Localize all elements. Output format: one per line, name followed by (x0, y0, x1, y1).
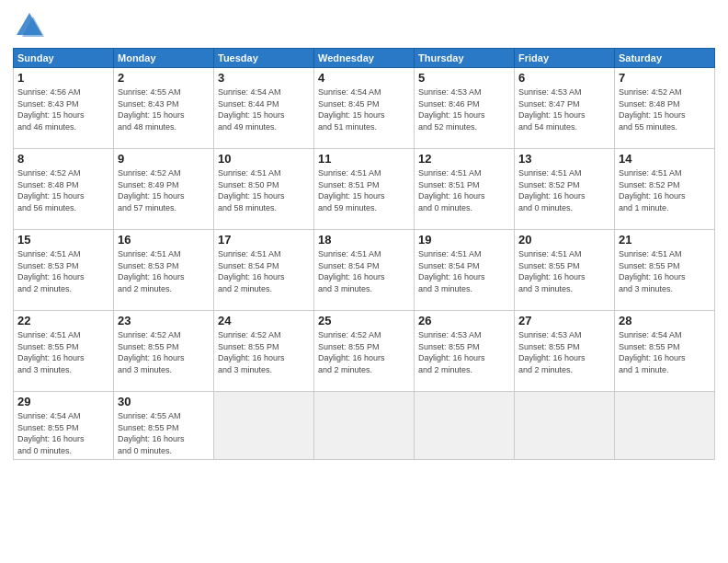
day-info: Sunrise: 4:51 AM Sunset: 8:55 PM Dayligh… (17, 329, 109, 375)
day-number: 21 (619, 233, 711, 247)
calendar-cell: 8Sunrise: 4:52 AM Sunset: 8:48 PM Daylig… (14, 149, 114, 230)
day-number: 25 (318, 314, 410, 327)
weekday-header-tuesday: Tuesday (214, 49, 314, 68)
day-number: 16 (118, 233, 210, 247)
weekday-header-monday: Monday (114, 49, 214, 68)
calendar-cell (615, 392, 715, 460)
day-number: 30 (118, 395, 210, 408)
day-number: 14 (619, 152, 711, 166)
calendar-cell (314, 392, 415, 460)
day-info: Sunrise: 4:51 AM Sunset: 8:51 PM Dayligh… (418, 167, 510, 213)
day-info: Sunrise: 4:51 AM Sunset: 8:55 PM Dayligh… (619, 248, 711, 294)
calendar-cell: 14Sunrise: 4:51 AM Sunset: 8:52 PM Dayli… (615, 149, 715, 230)
day-number: 7 (619, 71, 711, 85)
day-number: 19 (418, 233, 510, 247)
calendar-cell: 28Sunrise: 4:54 AM Sunset: 8:55 PM Dayli… (615, 311, 715, 392)
day-number: 9 (118, 152, 210, 166)
day-number: 27 (518, 314, 610, 327)
logo (13, 9, 48, 42)
day-info: Sunrise: 4:52 AM Sunset: 8:55 PM Dayligh… (218, 329, 310, 375)
calendar-cell: 9Sunrise: 4:52 AM Sunset: 8:49 PM Daylig… (114, 149, 214, 230)
calendar-cell: 20Sunrise: 4:51 AM Sunset: 8:55 PM Dayli… (515, 230, 615, 311)
day-info: Sunrise: 4:53 AM Sunset: 8:46 PM Dayligh… (418, 86, 510, 132)
day-info: Sunrise: 4:51 AM Sunset: 8:54 PM Dayligh… (418, 248, 510, 294)
calendar-cell: 16Sunrise: 4:51 AM Sunset: 8:53 PM Dayli… (114, 230, 214, 311)
day-number: 15 (17, 233, 109, 247)
day-info: Sunrise: 4:51 AM Sunset: 8:54 PM Dayligh… (318, 248, 410, 294)
weekday-header-friday: Friday (515, 49, 615, 68)
weekday-header-sunday: Sunday (14, 49, 114, 68)
calendar-cell: 10Sunrise: 4:51 AM Sunset: 8:50 PM Dayli… (214, 149, 314, 230)
calendar-cell: 24Sunrise: 4:52 AM Sunset: 8:55 PM Dayli… (214, 311, 314, 392)
calendar-cell (214, 392, 314, 460)
day-info: Sunrise: 4:54 AM Sunset: 8:55 PM Dayligh… (619, 329, 711, 375)
day-number: 29 (17, 395, 109, 408)
calendar-cell: 4Sunrise: 4:54 AM Sunset: 8:45 PM Daylig… (314, 68, 415, 149)
calendar-cell: 27Sunrise: 4:53 AM Sunset: 8:55 PM Dayli… (515, 311, 615, 392)
calendar-cell: 15Sunrise: 4:51 AM Sunset: 8:53 PM Dayli… (14, 230, 114, 311)
day-number: 17 (218, 233, 310, 247)
day-info: Sunrise: 4:51 AM Sunset: 8:53 PM Dayligh… (118, 248, 210, 294)
calendar-cell (415, 392, 515, 460)
day-info: Sunrise: 4:51 AM Sunset: 8:52 PM Dayligh… (518, 167, 610, 213)
day-number: 1 (17, 71, 109, 85)
day-info: Sunrise: 4:56 AM Sunset: 8:43 PM Dayligh… (17, 86, 109, 132)
day-info: Sunrise: 4:54 AM Sunset: 8:45 PM Dayligh… (318, 86, 410, 132)
calendar-cell: 3Sunrise: 4:54 AM Sunset: 8:44 PM Daylig… (214, 68, 314, 149)
day-info: Sunrise: 4:52 AM Sunset: 8:55 PM Dayligh… (118, 329, 210, 375)
day-number: 3 (218, 71, 310, 85)
calendar-cell: 21Sunrise: 4:51 AM Sunset: 8:55 PM Dayli… (615, 230, 715, 311)
day-number: 20 (518, 233, 610, 247)
day-number: 11 (318, 152, 410, 166)
calendar-cell: 25Sunrise: 4:52 AM Sunset: 8:55 PM Dayli… (314, 311, 415, 392)
day-info: Sunrise: 4:53 AM Sunset: 8:55 PM Dayligh… (418, 329, 510, 375)
day-info: Sunrise: 4:52 AM Sunset: 8:49 PM Dayligh… (118, 167, 210, 213)
day-info: Sunrise: 4:54 AM Sunset: 8:44 PM Dayligh… (218, 86, 310, 132)
day-number: 8 (17, 152, 109, 166)
day-info: Sunrise: 4:53 AM Sunset: 8:55 PM Dayligh… (518, 329, 610, 375)
day-number: 10 (218, 152, 310, 166)
day-info: Sunrise: 4:51 AM Sunset: 8:53 PM Dayligh… (17, 248, 109, 294)
calendar-cell: 1Sunrise: 4:56 AM Sunset: 8:43 PM Daylig… (14, 68, 114, 149)
calendar-cell: 18Sunrise: 4:51 AM Sunset: 8:54 PM Dayli… (314, 230, 415, 311)
day-info: Sunrise: 4:52 AM Sunset: 8:48 PM Dayligh… (17, 167, 109, 213)
day-number: 13 (518, 152, 610, 166)
day-number: 22 (17, 314, 109, 327)
day-number: 5 (418, 71, 510, 85)
calendar-cell: 2Sunrise: 4:55 AM Sunset: 8:43 PM Daylig… (114, 68, 214, 149)
calendar-header-row: SundayMondayTuesdayWednesdayThursdayFrid… (14, 49, 715, 68)
calendar-cell: 7Sunrise: 4:52 AM Sunset: 8:48 PM Daylig… (615, 68, 715, 149)
day-number: 4 (318, 71, 410, 85)
calendar-cell: 29Sunrise: 4:54 AM Sunset: 8:55 PM Dayli… (14, 392, 114, 460)
day-info: Sunrise: 4:52 AM Sunset: 8:48 PM Dayligh… (619, 86, 711, 132)
day-info: Sunrise: 4:55 AM Sunset: 8:55 PM Dayligh… (118, 410, 210, 456)
day-number: 23 (118, 314, 210, 327)
day-number: 18 (318, 233, 410, 247)
day-info: Sunrise: 4:55 AM Sunset: 8:43 PM Dayligh… (118, 86, 210, 132)
weekday-header-saturday: Saturday (615, 49, 715, 68)
calendar-cell (515, 392, 615, 460)
calendar-cell: 17Sunrise: 4:51 AM Sunset: 8:54 PM Dayli… (214, 230, 314, 311)
day-number: 2 (118, 71, 210, 85)
calendar-cell: 26Sunrise: 4:53 AM Sunset: 8:55 PM Dayli… (415, 311, 515, 392)
day-info: Sunrise: 4:51 AM Sunset: 8:55 PM Dayligh… (518, 248, 610, 294)
calendar-cell: 11Sunrise: 4:51 AM Sunset: 8:51 PM Dayli… (314, 149, 415, 230)
calendar-cell: 22Sunrise: 4:51 AM Sunset: 8:55 PM Dayli… (14, 311, 114, 392)
calendar-cell: 5Sunrise: 4:53 AM Sunset: 8:46 PM Daylig… (415, 68, 515, 149)
calendar-cell: 30Sunrise: 4:55 AM Sunset: 8:55 PM Dayli… (114, 392, 214, 460)
header (13, 9, 715, 42)
day-info: Sunrise: 4:53 AM Sunset: 8:47 PM Dayligh… (518, 86, 610, 132)
calendar-cell: 6Sunrise: 4:53 AM Sunset: 8:47 PM Daylig… (515, 68, 615, 149)
weekday-header-wednesday: Wednesday (314, 49, 415, 68)
day-number: 12 (418, 152, 510, 166)
weekday-header-thursday: Thursday (415, 49, 515, 68)
day-info: Sunrise: 4:54 AM Sunset: 8:55 PM Dayligh… (17, 410, 109, 456)
calendar-cell: 19Sunrise: 4:51 AM Sunset: 8:54 PM Dayli… (415, 230, 515, 311)
day-number: 6 (518, 71, 610, 85)
day-info: Sunrise: 4:51 AM Sunset: 8:54 PM Dayligh… (218, 248, 310, 294)
day-info: Sunrise: 4:51 AM Sunset: 8:50 PM Dayligh… (218, 167, 310, 213)
day-info: Sunrise: 4:51 AM Sunset: 8:51 PM Dayligh… (318, 167, 410, 213)
logo-icon (13, 9, 46, 42)
day-number: 28 (619, 314, 711, 327)
calendar-cell: 23Sunrise: 4:52 AM Sunset: 8:55 PM Dayli… (114, 311, 214, 392)
